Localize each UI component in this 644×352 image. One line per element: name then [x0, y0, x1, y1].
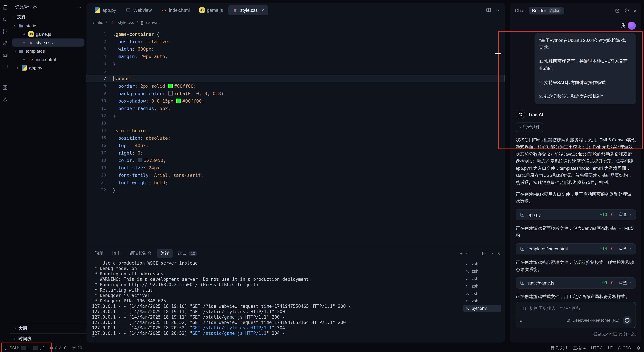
remote-ssh-indicator[interactable]: SSH: ... , 2: [4, 346, 44, 350]
test-flask-icon[interactable]: [2, 96, 8, 102]
close-chat-icon[interactable]: ×: [634, 7, 636, 13]
code-line[interactable]: 21 font-weight: bold;: [86, 179, 505, 186]
game-controller-icon[interactable]: [2, 52, 8, 58]
close-tab-icon[interactable]: ×: [261, 7, 264, 13]
tree-file-style.css[interactable]: #style.css: [12, 38, 84, 47]
terminal-session-python3[interactable]: python3: [463, 305, 502, 312]
code-line[interactable]: 12}: [86, 112, 505, 120]
code-line[interactable]: 8 border: 2px solid #00ff00;: [86, 82, 505, 90]
code-line[interactable]: 5}: [86, 60, 505, 67]
code-line[interactable]: 13: [86, 120, 505, 127]
editor-tab-app.py[interactable]: app.py: [90, 5, 120, 15]
file-change-card[interactable]: static/game.js+99-0审查›: [516, 277, 636, 289]
close-panel-icon[interactable]: ×: [497, 251, 500, 256]
terminal-session-zsh[interactable]: zsh: [463, 268, 502, 275]
code-line[interactable]: 16 top: -40px;: [86, 142, 505, 149]
code-line[interactable]: 1.game-container {: [86, 30, 505, 38]
code-line[interactable]: 15 position: absolute;: [86, 134, 505, 142]
review-button[interactable]: 审查: [619, 246, 627, 252]
ports-indicator[interactable]: 10: [72, 346, 82, 350]
tab-chat[interactable]: Chat: [515, 8, 524, 13]
thought-process-toggle[interactable]: › 思考过程: [516, 123, 544, 132]
tab-builder[interactable]: Builder Alpha: [528, 6, 564, 14]
breadcrumb-file[interactable]: style.css: [118, 20, 134, 25]
tree-file-game.js[interactable]: JSgame.js: [12, 30, 84, 38]
eol-sequence[interactable]: LF: [608, 346, 613, 350]
files-section-header[interactable]: › 文件: [10, 12, 86, 22]
breadcrumb-folder[interactable]: static: [93, 20, 103, 25]
indentation[interactable]: 空格: 4: [573, 345, 586, 351]
terminal-session-zsh[interactable]: zsh: [463, 290, 502, 297]
chat-messages[interactable]: 我 "基于Python在Ubuntu 20.04创建贪吃蛇游戏, 要求: 1. …: [510, 18, 641, 305]
timeline-section[interactable]: › 时间线: [10, 334, 86, 344]
terminal-session-zsh[interactable]: zsh: [463, 283, 502, 290]
search-icon[interactable]: [2, 16, 8, 23]
split-editor-icon[interactable]: [486, 7, 491, 13]
code-line[interactable]: 4 margin: 20px auto;: [86, 53, 505, 60]
add-context-button[interactable]: #: [520, 318, 523, 323]
review-button[interactable]: 审查: [619, 212, 627, 217]
editor-tab-style.css[interactable]: #style.css×: [228, 5, 268, 15]
model-selector[interactable]: DeepSeek-Reasoner (R1): [566, 318, 619, 323]
code-line[interactable]: 19 font-size: 24px;: [86, 164, 505, 172]
code-line[interactable]: 11 border-radius: 5px;: [86, 105, 505, 112]
encoding[interactable]: UTF-8: [591, 346, 602, 350]
editor-tab-game.js[interactable]: JSgame.js: [195, 5, 227, 15]
code-editor[interactable]: 1.game-container {2 position: relative;3…: [86, 28, 505, 247]
code-line[interactable]: 17 right: 0;: [86, 149, 505, 157]
editor-tab-Webview[interactable]: Webview: [122, 5, 156, 15]
tree-file-index.html[interactable]: <>index.html: [12, 55, 84, 63]
source-control-icon[interactable]: [2, 28, 8, 34]
code-line[interactable]: 20 font-family: Arial, sans-serif;: [86, 172, 505, 179]
code-line[interactable]: 2 position: relative;: [86, 38, 505, 45]
tree-folder-static[interactable]: ›static: [12, 22, 84, 30]
tab-terminal[interactable]: 终端: [157, 249, 173, 258]
send-stop-button[interactable]: [623, 316, 632, 325]
chat-composer[interactable]: # DeepSeek-Reasoner (R1): [516, 302, 636, 328]
file-change-card[interactable]: templates/index.html+14-0审查›: [516, 243, 636, 254]
code-line[interactable]: 18 color: #2c3e50;: [86, 157, 505, 164]
tab-ports[interactable]: 端口10: [175, 249, 201, 258]
code-line[interactable]: 3 width: 600px;: [86, 45, 505, 53]
chat-input[interactable]: [520, 305, 633, 311]
more-actions-icon[interactable]: ···: [496, 7, 501, 13]
code-line[interactable]: 14.score-board {: [86, 127, 505, 134]
tab-debug-console[interactable]: 调试控制台: [126, 249, 155, 258]
language-mode[interactable]: {} CSS: [618, 346, 631, 350]
terminal-session-zsh[interactable]: zsh: [463, 261, 502, 267]
code-line[interactable]: 6: [86, 67, 505, 75]
code-line[interactable]: 10 box-shadow: 0 0 15px #00ff00;: [86, 97, 505, 105]
outline-section[interactable]: › 大纲: [10, 323, 86, 334]
tree-file-app.py[interactable]: app.py: [12, 64, 84, 72]
extensions-icon[interactable]: [2, 84, 8, 90]
file-change-card[interactable]: app.py+10-0审查›: [516, 209, 636, 220]
problems-indicator[interactable]: ⊘0 ⚠0: [50, 346, 66, 350]
terminal-session-zsh[interactable]: zsh: [463, 298, 502, 304]
code-line[interactable]: 22}: [86, 186, 505, 194]
tab-problems[interactable]: 问题: [91, 249, 107, 258]
tab-output[interactable]: 输出: [109, 249, 124, 258]
breadcrumb-symbol[interactable]: canvas: [146, 20, 160, 25]
tree-folder-templates[interactable]: ›templates: [12, 47, 84, 55]
share-icon[interactable]: [614, 8, 620, 13]
code-line[interactable]: 7canvas {: [86, 75, 505, 82]
explorer-more-icon[interactable]: ···: [76, 4, 82, 10]
code-token: ;: [146, 143, 148, 148]
panel-more-icon[interactable]: ···: [473, 251, 478, 256]
review-button[interactable]: 审查: [619, 280, 627, 286]
terminal-output[interactable]: Use a production WSGI server instead. * …: [86, 260, 463, 343]
new-terminal-icon[interactable]: +: [460, 251, 462, 256]
explorer-icon[interactable]: [2, 5, 8, 11]
panel-layout-icon[interactable]: [482, 251, 487, 256]
cursor-position[interactable]: 行 7, 列 1: [550, 345, 568, 351]
terminal-dropdown-icon[interactable]: ›: [466, 253, 470, 254]
notifications-bell-icon[interactable]: [636, 346, 640, 350]
maximize-panel-icon[interactable]: ›: [490, 253, 494, 254]
code-line[interactable]: 9 background-color: rgba(0, 0, 0, 0.8);: [86, 90, 505, 97]
editor-tab-index.html[interactable]: <>index.html: [157, 5, 194, 15]
webview-panel-icon[interactable]: [2, 64, 8, 70]
remote-link-icon[interactable]: [2, 40, 8, 46]
terminal-session-zsh[interactable]: zsh: [463, 275, 502, 282]
history-icon[interactable]: [624, 8, 630, 13]
files-section-label: 文件: [18, 14, 26, 20]
